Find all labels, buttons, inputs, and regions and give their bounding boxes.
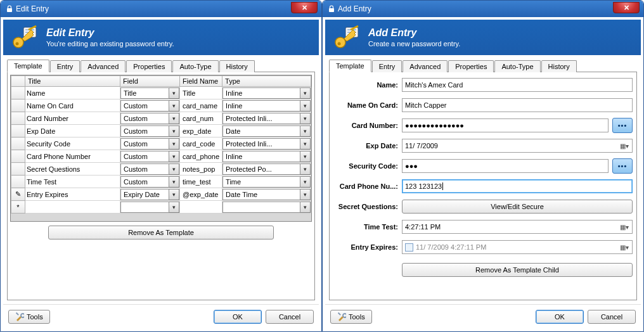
tools-button[interactable]: Tools: [8, 310, 50, 324]
row-selector[interactable]: [11, 176, 25, 188]
cell-type[interactable]: Inline: [222, 99, 311, 112]
cancel-button[interactable]: Cancel: [588, 310, 636, 324]
grid-row[interactable]: Time TestCustomtime_testTime: [11, 176, 311, 188]
tab-history[interactable]: History: [219, 60, 255, 72]
row-selector[interactable]: [11, 112, 25, 125]
cell-field[interactable]: Expiry Date: [120, 188, 180, 201]
row-selector[interactable]: [11, 87, 25, 99]
reveal-securitycode-button[interactable]: •••: [612, 158, 633, 174]
cell-type[interactable]: Date: [222, 125, 311, 137]
tab-autotype[interactable]: Auto-Type: [494, 60, 540, 72]
remove-as-template-button[interactable]: Remove As Template: [48, 226, 274, 239]
view-edit-secure-button[interactable]: View/Edit Secure: [402, 200, 633, 214]
entryexpires-checkbox[interactable]: [405, 243, 413, 252]
dropdown-button[interactable]: [169, 163, 179, 175]
grid-row[interactable]: *: [11, 201, 311, 214]
grid-row[interactable]: Exp DateCustomexp_dateDate: [11, 125, 311, 137]
dropdown-button[interactable]: [300, 113, 311, 124]
dropdown-button[interactable]: [169, 125, 179, 137]
cell-type[interactable]: Protected Po...: [222, 163, 311, 176]
cell-field[interactable]: Custom: [120, 150, 180, 163]
cell-title[interactable]: Exp Date: [25, 125, 120, 137]
cell-title[interactable]: Name: [25, 87, 120, 99]
calendar-icon[interactable]: ▦▾: [619, 224, 629, 231]
cell-field[interactable]: Custom: [120, 125, 180, 137]
calendar-icon[interactable]: ▦▾: [619, 244, 629, 251]
titlebar[interactable]: Edit Entry ✕: [1, 1, 321, 17]
dropdown-button[interactable]: [169, 87, 179, 99]
ok-button[interactable]: OK: [536, 310, 584, 324]
tab-template[interactable]: Template: [7, 60, 49, 72]
cardnumber-input[interactable]: ●●●●●●●●●●●●●●: [402, 118, 609, 132]
cell-fname[interactable]: card_phone: [180, 150, 222, 163]
nameoncard-input[interactable]: Mitch Capper: [402, 98, 633, 112]
row-selector[interactable]: [11, 150, 25, 163]
grid-row[interactable]: Secret QuestionsCustomnotes_popProtected…: [11, 163, 311, 176]
dropdown-button[interactable]: [300, 163, 311, 175]
cell-type[interactable]: Time: [222, 176, 311, 188]
cell-title[interactable]: Card Phone Number: [25, 150, 120, 163]
cell-title[interactable]: Entry Expires: [25, 188, 120, 201]
cell-field[interactable]: Custom: [120, 99, 180, 112]
reveal-cardnumber-button[interactable]: •••: [612, 118, 633, 133]
entryexpires-input[interactable]: 11/ 7/2009 4:27:11 PM ▦▾: [402, 240, 633, 254]
dropdown-button[interactable]: [169, 189, 179, 200]
row-selector[interactable]: ✎: [11, 188, 25, 201]
cell-field[interactable]: Custom: [120, 176, 180, 188]
dropdown-button[interactable]: [169, 100, 179, 112]
grid-row[interactable]: Security CodeCustomcard_codeProtected In…: [11, 137, 311, 150]
cell-type[interactable]: Protected Inli...: [222, 112, 311, 125]
cell-type[interactable]: Inline: [222, 87, 311, 99]
cell-title[interactable]: [25, 201, 120, 214]
dropdown-button[interactable]: [169, 113, 179, 124]
tab-template[interactable]: Template: [329, 60, 371, 72]
ok-button[interactable]: OK: [214, 310, 262, 324]
grid-header[interactable]: Title: [25, 76, 120, 87]
cell-fname[interactable]: [180, 201, 222, 214]
dropdown-button[interactable]: [300, 151, 311, 162]
securitycode-input[interactable]: ●●●: [402, 159, 609, 173]
tab-autotype[interactable]: Auto-Type: [172, 60, 218, 72]
row-selector[interactable]: [11, 125, 25, 137]
close-button[interactable]: ✕: [613, 2, 640, 13]
dropdown-button[interactable]: [300, 176, 311, 188]
row-selector[interactable]: [11, 137, 25, 150]
dropdown-button[interactable]: [169, 138, 179, 150]
dropdown-button[interactable]: [300, 189, 311, 200]
tools-button[interactable]: Tools: [330, 310, 372, 324]
cell-fname[interactable]: notes_pop: [180, 163, 222, 176]
cell-title[interactable]: Time Test: [25, 176, 120, 188]
grid-row[interactable]: ✎Entry ExpiresExpiry Date@exp_dateDate T…: [11, 188, 311, 201]
cell-fname[interactable]: card_num: [180, 112, 222, 125]
dropdown-button[interactable]: [169, 176, 179, 188]
tab-advanced[interactable]: Advanced: [402, 60, 448, 72]
titlebar[interactable]: Add Entry ✕: [323, 1, 643, 17]
dropdown-button[interactable]: [300, 138, 311, 150]
cell-fname[interactable]: card_code: [180, 137, 222, 150]
dropdown-button[interactable]: [169, 201, 179, 213]
dropdown-button[interactable]: [300, 100, 311, 112]
name-input[interactable]: Mitch's Amex Card: [402, 78, 633, 92]
row-selector[interactable]: [11, 99, 25, 112]
cell-fname[interactable]: @exp_date: [180, 188, 222, 201]
cell-fname[interactable]: exp_date: [180, 125, 222, 137]
dropdown-button[interactable]: [300, 201, 311, 213]
timetest-input[interactable]: 4:27:11 PM ▦▾: [402, 220, 633, 234]
cell-field[interactable]: [120, 201, 180, 214]
cancel-button[interactable]: Cancel: [266, 310, 314, 324]
tab-entry[interactable]: Entry: [372, 60, 402, 72]
cell-title[interactable]: Name On Card: [25, 99, 120, 112]
tab-properties[interactable]: Properties: [448, 60, 494, 72]
grid-header[interactable]: [11, 76, 25, 87]
cell-type[interactable]: Inline: [222, 150, 311, 163]
grid-row[interactable]: Card Phone NumberCustomcard_phoneInline: [11, 150, 311, 163]
cell-title[interactable]: Secret Questions: [25, 163, 120, 176]
cardphone-input[interactable]: 123 123123: [402, 179, 633, 193]
row-selector[interactable]: *: [11, 201, 25, 214]
cell-field[interactable]: Title: [120, 87, 180, 99]
cell-type[interactable]: Protected Inli...: [222, 137, 311, 150]
cell-type[interactable]: Date Time: [222, 188, 311, 201]
grid-header[interactable]: Type: [222, 76, 311, 87]
cell-type[interactable]: [222, 201, 311, 214]
cell-fname[interactable]: Title: [180, 87, 222, 99]
